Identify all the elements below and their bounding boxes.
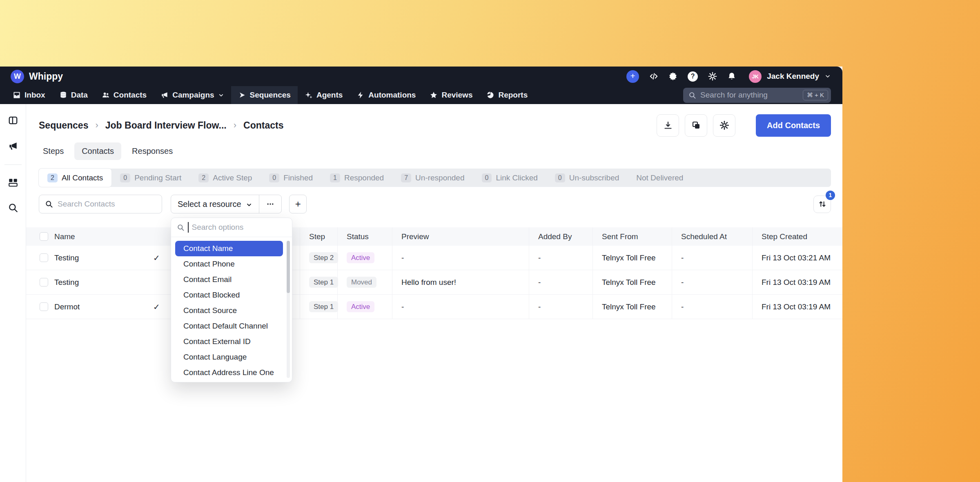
global-search[interactable]: ⌘ + K (683, 88, 831, 103)
search-contacts-box[interactable] (39, 195, 162, 213)
filter-link-clicked[interactable]: 0 Link Clicked (473, 169, 546, 187)
duplicate-button[interactable] (685, 114, 707, 137)
user-name[interactable]: Jack Kennedy (767, 72, 819, 81)
copy-icon (691, 120, 701, 130)
add-filter-button[interactable]: + (289, 195, 307, 213)
sidebar-toggle-icon[interactable] (8, 115, 18, 126)
select-all-checkbox[interactable] (40, 232, 48, 241)
table-row[interactable]: Testing ✓ Step 2 Active - - Telnyx Toll … (26, 246, 842, 270)
option-contact-email[interactable]: Contact Email (175, 272, 283, 287)
row-checkbox[interactable] (40, 278, 48, 287)
column-header-sent-from[interactable]: Sent From (592, 227, 672, 246)
search-contacts-input[interactable] (58, 200, 156, 209)
filter-label: Pending Start (134, 173, 181, 182)
tab-steps[interactable]: Steps (36, 142, 71, 160)
option-contact-default-channel[interactable]: Contact Default Channel (175, 318, 283, 334)
verified-check-icon: ✓ (153, 253, 160, 263)
add-contacts-button[interactable]: Add Contacts (756, 114, 831, 137)
status-badge: Moved (347, 277, 376, 288)
column-header-name[interactable]: Name (54, 232, 75, 241)
help-button[interactable]: ? (688, 71, 698, 82)
dropdown-search[interactable] (171, 218, 292, 237)
count-badge: 0 (482, 173, 492, 182)
developer-code-icon[interactable] (649, 72, 658, 81)
column-header-preview[interactable]: Preview (392, 227, 529, 246)
option-contact-phone[interactable]: Contact Phone (175, 256, 283, 272)
column-header-step-created[interactable]: Step Created (752, 227, 842, 246)
column-header-status[interactable]: Status (337, 227, 392, 246)
campaign-megaphone-icon[interactable] (8, 141, 18, 151)
contact-name[interactable]: Testing (54, 253, 79, 262)
chevron-down-icon (218, 92, 224, 98)
nav-item-sequences[interactable]: Sequences (231, 86, 298, 104)
contact-name[interactable]: Testing (54, 278, 79, 287)
global-search-input[interactable] (700, 91, 799, 100)
column-header-added-by[interactable]: Added By (529, 227, 592, 246)
filter-un-responded[interactable]: 7 Un-responded (392, 169, 473, 187)
column-header-step[interactable]: Step (300, 227, 337, 246)
option-contact-external-id[interactable]: Contact External ID (175, 334, 283, 349)
search-icon (688, 91, 696, 99)
search-icon (177, 224, 185, 231)
scrollbar-thumb[interactable] (287, 241, 290, 293)
nav-item-agents[interactable]: Agents (298, 86, 350, 104)
nav-item-reports[interactable]: Reports (479, 86, 535, 104)
sequence-settings-button[interactable] (713, 114, 735, 137)
tab-contacts[interactable]: Contacts (74, 142, 121, 160)
filter-not-delivered[interactable]: Not Delivered (628, 169, 692, 187)
table-row[interactable]: Testing Step 1 Moved Hello from user! - … (26, 270, 842, 295)
user-menu-chevron-down-icon[interactable] (824, 73, 831, 80)
sort-arrows-icon (818, 200, 827, 209)
count-badge: 2 (198, 173, 209, 182)
filter-all-contacts[interactable]: 2 All Contacts (39, 169, 111, 187)
filter-pending-start[interactable]: 0 Pending Start (111, 169, 190, 187)
row-checkbox[interactable] (40, 302, 48, 311)
option-contact-name[interactable]: Contact Name (175, 241, 283, 256)
option-contact-language[interactable]: Contact Language (175, 349, 283, 365)
notifications-bell-icon[interactable] (727, 72, 736, 81)
settings-gear-icon[interactable] (708, 72, 717, 81)
select-resource-button[interactable]: Select a resource (171, 195, 259, 213)
step-created-cell: Fri 13 Oct 03:19 AM (752, 295, 842, 319)
option-contact-blocked[interactable]: Contact Blocked (175, 287, 283, 303)
option-contact-source[interactable]: Contact Source (175, 303, 283, 318)
nav-item-contacts[interactable]: Contacts (95, 86, 154, 104)
breadcrumb-contacts[interactable]: Contacts (243, 120, 283, 131)
nav-item-data[interactable]: Data (52, 86, 95, 104)
column-header-scheduled-at[interactable]: Scheduled At (672, 227, 752, 246)
filter-responded[interactable]: 1 Responded (321, 169, 392, 187)
nav-item-automations[interactable]: Automations (350, 86, 423, 104)
sparkle-icon (305, 91, 313, 99)
option-contact-address-line-one[interactable]: Contact Address Line One (175, 365, 283, 380)
nav-label: Inbox (24, 91, 45, 100)
breadcrumb: Sequences › Job Board Interview Flow... … (39, 120, 283, 131)
table-toolbar: Select a resource + 1 (39, 195, 831, 213)
table-row[interactable]: Dermot ✓ Step 1 Active - - Telnyx Toll F… (26, 295, 842, 319)
search-rail-icon[interactable] (8, 202, 18, 213)
filter-active-step[interactable]: 2 Active Step (190, 169, 261, 187)
user-avatar[interactable]: JK (749, 70, 762, 83)
dashboard-grid-icon[interactable] (8, 177, 18, 188)
brand[interactable]: W Whippy (11, 70, 63, 83)
row-checkbox[interactable] (40, 253, 48, 262)
filter-finished[interactable]: 0 Finished (261, 169, 321, 187)
tab-responses[interactable]: Responses (125, 142, 180, 160)
whats-new-badge-icon[interactable] (668, 72, 677, 81)
contact-name[interactable]: Dermot (54, 302, 80, 311)
added-by-cell: - (529, 246, 592, 270)
dropdown-scrollbar[interactable] (287, 241, 290, 378)
dropdown-search-input[interactable] (192, 223, 287, 232)
nav-item-inbox[interactable]: Inbox (6, 86, 52, 104)
more-options-button[interactable] (259, 195, 281, 213)
breadcrumb-flow[interactable]: Job Board Interview Flow... (105, 120, 227, 131)
filter-un-subscribed[interactable]: 0 Un-subscribed (546, 169, 628, 187)
breadcrumb-sequences[interactable]: Sequences (39, 120, 88, 131)
text-cursor (188, 222, 189, 233)
count-badge: 2 (47, 173, 58, 182)
export-download-button[interactable] (657, 114, 679, 137)
nav-item-reviews[interactable]: Reviews (423, 86, 479, 104)
verified-check-icon: ✓ (153, 302, 160, 312)
table-header-row: Name Step Status Preview Added By Sent F… (26, 227, 842, 246)
nav-item-campaigns[interactable]: Campaigns (154, 86, 231, 104)
quick-add-button[interactable]: + (626, 70, 639, 83)
